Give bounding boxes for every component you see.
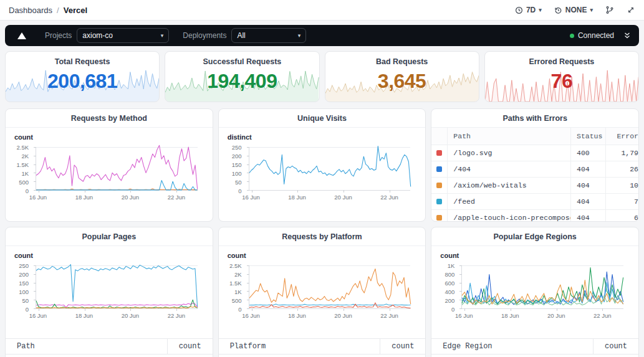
time-range-dropdown[interactable]: 7D ▾ xyxy=(515,6,542,14)
color-swatch-icon xyxy=(436,183,442,188)
x-axis-labels: 16 Jun18 Jun20 Jun22 Jun xyxy=(249,312,411,319)
series-swatch xyxy=(431,210,448,222)
y-axis-metric-label: distinct xyxy=(228,133,418,141)
y-tick-label: 600 xyxy=(445,280,454,287)
compare-dropdown[interactable]: NONE ▾ xyxy=(554,6,593,14)
stat-title: Bad Requests xyxy=(325,57,479,66)
unique-visits-card: Unique Visits distinct 25020015010050016… xyxy=(218,108,426,222)
breadcrumb-dashboards[interactable]: Dashboards xyxy=(9,6,52,15)
swatch-column-header xyxy=(431,128,448,145)
connection-status-label: Connected xyxy=(578,31,614,40)
stat-title: Errored Requests xyxy=(485,57,638,66)
y-tick-label: 800 xyxy=(445,271,454,278)
stat-value: 200,681 xyxy=(6,70,159,93)
stat-value: 76 xyxy=(485,70,638,93)
error-column-header: Error xyxy=(606,128,638,145)
stat-value: 3,645 xyxy=(325,70,479,93)
path-cell: /logo.svg xyxy=(448,145,571,161)
x-tick-label: 16 Jun xyxy=(242,312,260,319)
x-tick-label: 22 Jun xyxy=(380,312,398,319)
x-axis-labels: 16 Jun18 Jun20 Jun22 Jun xyxy=(461,312,623,319)
y-tick-label: 1.5K xyxy=(16,161,29,168)
plot-area xyxy=(249,265,411,309)
plot-area xyxy=(36,147,198,191)
fullscreen-button[interactable] xyxy=(627,6,635,14)
chevron-down-icon: ▾ xyxy=(539,7,542,13)
y-axis-labels: 250200150100500 xyxy=(13,265,33,309)
y-tick-label: 2K xyxy=(21,153,29,159)
path-column-header: Path xyxy=(448,128,571,145)
edge-region-column-header: Edge Region xyxy=(431,339,594,354)
y-axis-metric-label: count xyxy=(14,252,205,259)
x-tick-label: 22 Jun xyxy=(380,194,398,201)
collapse-toolbar-button[interactable] xyxy=(623,31,632,40)
clock-icon xyxy=(515,6,523,14)
series-swatch xyxy=(431,145,448,161)
y-tick-label: 50 xyxy=(22,297,29,304)
error-count-cell: 26 xyxy=(606,161,638,177)
expand-arrows-icon xyxy=(627,6,635,14)
table-row[interactable]: /feed4047 xyxy=(431,194,638,210)
plot-area xyxy=(36,265,198,309)
table-header-row: Path count xyxy=(6,338,213,355)
unique-visits-chart: 25020015010050016 Jun18 Jun20 Jun22 Jun xyxy=(226,147,418,201)
chevron-down-icon: ▾ xyxy=(161,33,164,39)
table-row[interactable]: /logo.svg4001,79 xyxy=(431,145,638,161)
y-tick-label: 2.5K xyxy=(229,262,242,269)
paths-with-errors-table: Path Status Error /logo.svg4001,79/40440… xyxy=(431,128,638,222)
table-header-row: Platform count xyxy=(219,338,426,355)
count-column-header: count xyxy=(594,342,638,351)
status-cell: 404 xyxy=(571,194,606,209)
y-axis-metric-label: count xyxy=(228,252,418,259)
deployments-select[interactable]: All ▾ xyxy=(231,28,306,43)
table-row[interactable]: /apple-touch-icon-precomposed.png4046 xyxy=(431,210,638,222)
count-column-header: count xyxy=(380,342,425,351)
card-title: Requests by Method xyxy=(6,109,213,128)
color-swatch-icon xyxy=(436,199,442,204)
deployments-select-value: All xyxy=(237,31,245,40)
card-title: Paths with Errors xyxy=(431,109,638,128)
stat-cards-row: Total Requests 200,681 Successful Reques… xyxy=(5,51,639,102)
y-tick-label: 1K xyxy=(448,262,455,269)
table-row[interactable]: /40440426 xyxy=(431,161,638,178)
top-controls: 7D ▾ NONE ▾ xyxy=(515,6,635,14)
x-tick-label: 18 Jun xyxy=(75,312,94,319)
x-tick-label: 18 Jun xyxy=(288,194,306,201)
requests-by-platform-chart: 2.5K2K1.5K1K500016 Jun18 Jun20 Jun22 Jun xyxy=(226,265,418,319)
y-tick-label: 100 xyxy=(232,170,242,177)
middle-row: Requests by Method count 2.5K2K1.5K1K500… xyxy=(5,108,639,222)
table-row[interactable]: /axiom/web-vitals40410 xyxy=(431,178,638,194)
error-count-cell: 1,79 xyxy=(606,145,638,161)
y-tick-label: 0 xyxy=(238,188,241,194)
y-tick-label: 150 xyxy=(19,280,29,287)
status-cell: 404 xyxy=(571,161,606,177)
status-cell: 400 xyxy=(571,145,606,161)
path-cell: /404 xyxy=(448,161,571,177)
y-tick-label: 1.5K xyxy=(229,280,242,287)
share-button[interactable] xyxy=(605,6,614,14)
y-axis-labels: 1K8006004002000 xyxy=(439,265,459,309)
x-tick-label: 18 Jun xyxy=(288,312,306,319)
breadcrumb-current: Vercel xyxy=(64,6,87,15)
y-tick-label: 50 xyxy=(235,179,242,186)
status-cell: 404 xyxy=(571,210,606,222)
x-tick-label: 20 Jun xyxy=(122,312,140,319)
y-tick-label: 1K xyxy=(234,288,242,295)
error-count-cell: 7 xyxy=(606,194,638,209)
card-title: Unique Visits xyxy=(219,109,426,128)
compare-label: NONE xyxy=(565,6,587,14)
y-tick-label: 0 xyxy=(451,306,454,313)
y-tick-label: 200 xyxy=(232,153,242,159)
y-tick-label: 150 xyxy=(232,161,242,168)
x-axis-labels: 16 Jun18 Jun20 Jun22 Jun xyxy=(36,312,198,319)
y-axis-labels: 2.5K2K1.5K1K5000 xyxy=(13,147,33,191)
status-cell: 404 xyxy=(571,178,606,193)
x-tick-label: 20 Jun xyxy=(334,312,352,319)
y-tick-label: 2.5K xyxy=(16,144,29,151)
x-tick-label: 20 Jun xyxy=(334,194,352,201)
y-tick-label: 0 xyxy=(26,188,29,194)
projects-select[interactable]: axiom-co ▾ xyxy=(77,28,169,43)
y-tick-label: 100 xyxy=(19,288,29,295)
table-header-row: Edge Region count xyxy=(431,338,638,355)
y-tick-label: 0 xyxy=(238,306,241,313)
